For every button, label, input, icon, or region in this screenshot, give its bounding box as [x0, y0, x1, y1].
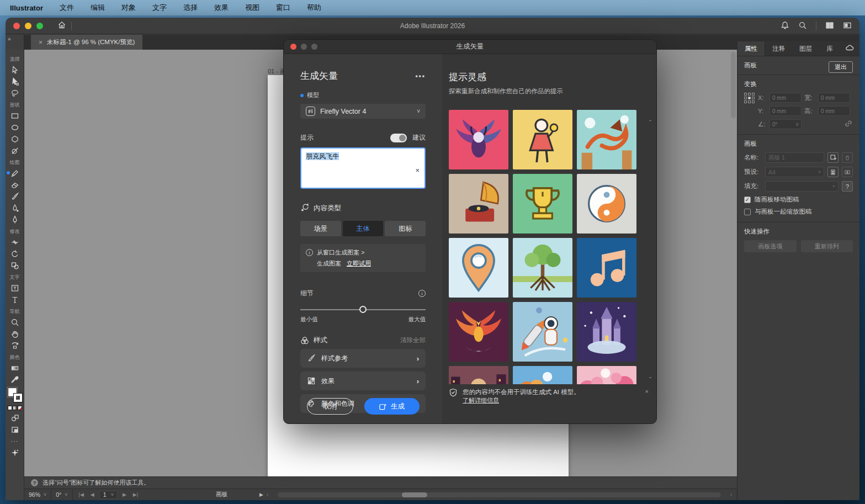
panel-tab-0[interactable]: 属性 [737, 41, 765, 56]
link-dimensions-icon[interactable] [844, 119, 853, 129]
collapse-panels-button[interactable]: » [6, 35, 24, 50]
generative-sparkle-icon[interactable] [8, 447, 22, 458]
hand-tool[interactable] [8, 328, 22, 339]
content-type-0[interactable]: 场景 [300, 221, 341, 236]
rotation-select[interactable]: 0°˅ [51, 489, 72, 500]
checkbox-unchecked-icon[interactable] [744, 209, 751, 215]
horizontal-scrollbar[interactable] [278, 492, 721, 497]
grid-scrollbar[interactable]: ⌃ ⌄ [646, 119, 654, 379]
inspiration-tile-blossom-scene[interactable] [577, 366, 636, 384]
try-now-link[interactable]: 立即试用 [347, 259, 371, 268]
inspiration-tile-dragon-sky[interactable] [577, 110, 636, 169]
effects-row[interactable]: 效果› [300, 372, 426, 390]
clear-all-link[interactable]: 清除全部 [400, 336, 426, 344]
cancel-button[interactable]: 取消 [307, 398, 353, 415]
menu-item-5[interactable]: 效果 [214, 3, 229, 13]
scrollbar-thumb[interactable] [402, 492, 427, 497]
dismiss-notice-icon[interactable]: × [645, 388, 649, 405]
scroll-up-icon[interactable]: ⌃ [648, 119, 652, 125]
pencil-tool[interactable] [8, 167, 22, 179]
move-artwork-checkbox-row[interactable]: ✓ 随画板移动图稿 [744, 195, 853, 204]
search-icon[interactable] [798, 21, 807, 31]
shaper-tool[interactable] [8, 145, 22, 156]
help-question-icon[interactable]: ? [31, 479, 38, 486]
rotate-view-tool[interactable] [8, 339, 22, 351]
learn-more-link[interactable]: 了解详细信息 [463, 397, 499, 404]
color-gradient-button[interactable] [13, 406, 17, 410]
panel-tab-2[interactable]: 图层 [792, 41, 819, 56]
menu-item-1[interactable]: 编辑 [91, 3, 105, 13]
color-white-button[interactable] [8, 406, 12, 410]
stroke-color-swatch[interactable] [14, 394, 22, 402]
model-select[interactable]: Fl Firefly Vector 4 ˅ [300, 104, 426, 119]
notifications-bell-icon[interactable] [781, 21, 789, 31]
pen-tool[interactable] [8, 214, 22, 225]
landscape-orientation-button[interactable] [842, 167, 853, 177]
shape-builder-tool[interactable] [8, 259, 22, 271]
document-tab[interactable]: × 未标题-1 @ 96 % (CMYK/预览) [31, 35, 142, 50]
inspiration-tile-winged-bull[interactable] [449, 110, 508, 169]
lasso-tool[interactable] [8, 87, 22, 99]
eyedropper-tool[interactable] [8, 374, 22, 385]
rotate-tool[interactable] [8, 248, 22, 259]
portrait-orientation-button[interactable] [827, 167, 839, 177]
menu-item-6[interactable]: 视图 [245, 3, 259, 13]
inspiration-tile-yin-yang[interactable] [577, 174, 636, 234]
fill-select[interactable]: ˅ [765, 181, 839, 192]
inspiration-tile-music-note[interactable] [577, 238, 636, 298]
menu-item-0[interactable]: 文件 [60, 3, 74, 13]
fill-stroke-swatches[interactable] [8, 388, 22, 402]
suggestions-toggle[interactable] [390, 134, 407, 142]
x-position-field[interactable]: 0 mm [770, 93, 802, 103]
menu-item-7[interactable]: 窗口 [276, 3, 290, 13]
inspiration-tile-astronaut-rocket[interactable] [513, 302, 572, 362]
menu-illustrator[interactable]: Illustrator [10, 4, 43, 12]
polygon-tool[interactable] [8, 133, 22, 145]
new-artboard-button[interactable] [827, 152, 839, 163]
y-position-field[interactable]: 0 mm [770, 106, 802, 116]
inspiration-tile-phoenix[interactable] [449, 302, 508, 362]
more-options-icon[interactable]: ••• [415, 72, 426, 80]
draw-mode-button[interactable] [8, 423, 22, 435]
delete-artboard-button[interactable] [842, 152, 853, 163]
scroll-right-icon[interactable]: › [729, 492, 734, 497]
height-field[interactable]: 0 mm [818, 106, 850, 116]
ellipse-tool[interactable] [8, 121, 22, 133]
close-tab-icon[interactable]: × [39, 39, 43, 46]
close-window-button[interactable] [13, 23, 20, 29]
scroll-left-icon[interactable]: ‹ [265, 492, 270, 497]
preset-select[interactable]: A4˅ [765, 167, 824, 177]
first-artboard-icon[interactable]: |◀ [77, 492, 86, 497]
next-artboard-icon[interactable]: ▶ [121, 492, 128, 497]
selection-tool[interactable] [8, 64, 22, 76]
type-tool[interactable] [8, 294, 22, 305]
inspiration-tile-location-pin[interactable] [449, 238, 508, 298]
minimize-window-button[interactable] [25, 23, 31, 29]
workspace-layout-icon[interactable] [825, 21, 834, 31]
scroll-down-icon[interactable]: ⌄ [648, 374, 652, 379]
inspiration-tile-gramophone[interactable] [449, 174, 508, 234]
reference-point-grid[interactable] [744, 93, 755, 129]
eraser-tool[interactable] [8, 179, 22, 190]
paintbrush-tool[interactable] [8, 190, 22, 202]
detail-info-icon[interactable]: i [418, 290, 426, 297]
rectangle-tool[interactable] [8, 110, 22, 121]
detail-slider[interactable] [300, 306, 426, 314]
generate-button[interactable]: 生成 [364, 398, 420, 415]
width-field[interactable]: 0 mm [818, 93, 850, 103]
inspiration-tile-fantasy-castle[interactable] [577, 302, 636, 362]
slider-knob[interactable] [359, 306, 367, 313]
zoom-tool[interactable] [8, 316, 22, 328]
menu-item-8[interactable]: 帮助 [307, 3, 321, 13]
artboard-name-input[interactable]: 画板 1 [765, 152, 824, 163]
fill-help-button[interactable]: ? [842, 181, 853, 192]
panels-icon[interactable] [843, 21, 852, 31]
menu-item-2[interactable]: 对象 [121, 3, 136, 13]
exit-artboard-button[interactable]: 退出 [829, 61, 853, 73]
zoom-level-select[interactable]: 96%˅ [24, 489, 51, 500]
quick-action-0[interactable]: 画板选项 [744, 240, 797, 252]
menu-item-4[interactable]: 选择 [183, 3, 198, 13]
more-tools-button[interactable]: ··· [8, 435, 22, 447]
quick-action-1[interactable]: 重新排列 [801, 240, 853, 252]
inspiration-tile-city-sunset[interactable] [449, 366, 508, 384]
